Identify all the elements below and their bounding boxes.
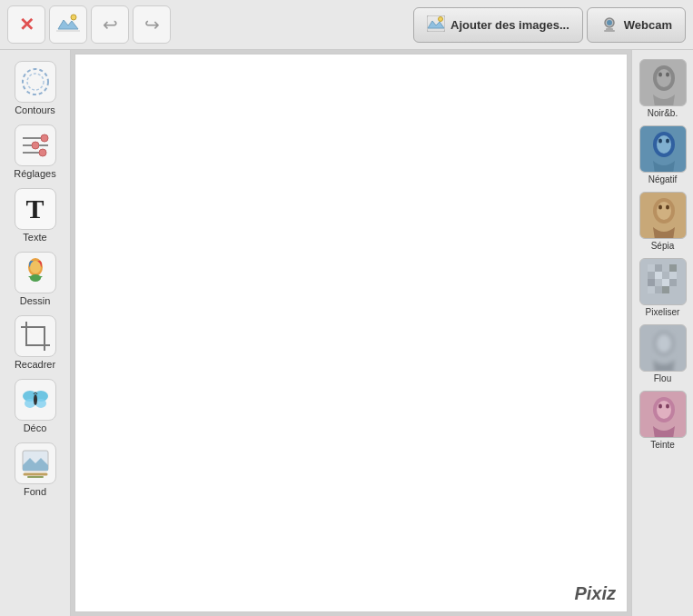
add-images-icon xyxy=(427,15,445,35)
filter-item-pixeliser[interactable]: Pixeliser xyxy=(636,256,690,319)
sidebar-item-dessin[interactable]: Dessin xyxy=(7,248,64,310)
add-images-label: Ajouter des images... xyxy=(450,18,569,32)
reglages-icon-container xyxy=(15,124,56,166)
add-images-button[interactable]: Ajouter des images... xyxy=(413,7,583,43)
svg-rect-64 xyxy=(662,286,669,293)
svg-rect-53 xyxy=(669,264,677,272)
left-sidebar: Contours Réglages T Texte xyxy=(0,50,71,616)
svg-point-7 xyxy=(23,69,48,94)
svg-rect-56 xyxy=(662,272,669,279)
filter-thumb-sepia xyxy=(639,192,687,239)
svg-rect-54 xyxy=(648,272,655,279)
svg-point-42 xyxy=(658,139,662,144)
negatif-label: Négatif xyxy=(648,174,678,184)
svg-rect-57 xyxy=(669,272,677,279)
filter-thumb-noirb xyxy=(639,59,687,106)
dessin-label: Dessin xyxy=(20,295,51,306)
svg-rect-55 xyxy=(655,272,662,279)
recadrer-label: Recadrer xyxy=(15,359,55,370)
webcam-icon xyxy=(600,15,619,35)
close-button[interactable]: ✕ xyxy=(7,5,45,44)
main-area: Contours Réglages T Texte xyxy=(0,50,693,616)
svg-point-46 xyxy=(657,202,671,220)
contours-icon-container xyxy=(15,61,56,103)
filter-item-sepia[interactable]: Sépia xyxy=(636,190,690,253)
fond-label: Fond xyxy=(24,486,46,497)
texte-label: Texte xyxy=(23,232,46,243)
texte-icon: T xyxy=(25,194,44,224)
svg-point-48 xyxy=(666,205,669,210)
undo-button[interactable]: ↩ xyxy=(91,5,129,44)
deco-icon-container xyxy=(15,379,56,421)
svg-rect-50 xyxy=(648,264,655,272)
reglages-label: Réglages xyxy=(14,168,55,179)
fond-icon-container xyxy=(15,442,56,484)
filter-thumb-flou xyxy=(639,324,687,372)
svg-point-41 xyxy=(657,135,671,154)
svg-point-12 xyxy=(32,142,39,149)
svg-point-73 xyxy=(666,404,669,409)
sidebar-item-reglages[interactable]: Réglages xyxy=(7,121,64,183)
webcam-button[interactable]: Webcam xyxy=(587,7,686,43)
svg-rect-51 xyxy=(655,264,662,272)
filter-thumb-negatif xyxy=(639,125,687,173)
svg-point-38 xyxy=(666,73,669,77)
undo-icon: ↩ xyxy=(103,14,118,35)
svg-rect-61 xyxy=(669,279,677,286)
svg-point-47 xyxy=(658,205,662,210)
svg-rect-58 xyxy=(648,279,655,286)
sidebar-item-fond[interactable]: Fond xyxy=(7,439,64,501)
filter-item-noirb[interactable]: Noir&b. xyxy=(636,57,690,120)
texte-icon-container: T xyxy=(15,188,56,230)
filter-thumb-teinte xyxy=(639,391,687,438)
svg-rect-52 xyxy=(662,264,669,272)
filter-item-flou[interactable]: Flou xyxy=(636,323,690,385)
svg-point-71 xyxy=(657,401,671,419)
svg-point-30 xyxy=(34,394,37,405)
svg-rect-6 xyxy=(604,30,615,32)
redo-icon: ↪ xyxy=(144,14,160,35)
svg-point-1 xyxy=(439,16,443,21)
svg-point-72 xyxy=(658,404,662,409)
toolbar: ✕ ↩ ↪ Ajouter des images... xyxy=(0,0,693,50)
mountain-icon xyxy=(56,13,80,37)
right-sidebar: Noir&b. Négatif xyxy=(631,50,693,616)
sidebar-item-deco[interactable]: Déco xyxy=(7,375,64,437)
svg-point-15 xyxy=(39,149,46,156)
svg-point-10 xyxy=(41,134,48,142)
pixiz-watermark: Pixiz xyxy=(574,583,616,604)
svg-point-36 xyxy=(657,69,671,87)
svg-point-0 xyxy=(71,15,76,20)
recadrer-icon-container xyxy=(15,315,56,357)
teinte-label: Teinte xyxy=(650,440,675,450)
filter-item-negatif[interactable]: Négatif xyxy=(636,124,690,186)
svg-point-4 xyxy=(607,20,612,25)
deco-label: Déco xyxy=(24,422,47,433)
svg-rect-62 xyxy=(648,286,655,293)
svg-point-20 xyxy=(30,274,41,282)
filter-item-teinte[interactable]: Teinte xyxy=(636,389,690,452)
add-photo-button[interactable] xyxy=(49,5,87,44)
close-icon: ✕ xyxy=(19,14,35,35)
svg-rect-60 xyxy=(662,279,669,286)
filter-thumb-pixeliser xyxy=(639,258,687,305)
sidebar-item-texte[interactable]: T Texte xyxy=(7,184,64,246)
webcam-label: Webcam xyxy=(624,18,672,32)
noirb-label: Noir&b. xyxy=(648,108,678,118)
svg-rect-59 xyxy=(655,279,662,286)
svg-point-43 xyxy=(666,139,669,144)
svg-rect-63 xyxy=(655,286,662,293)
flou-label: Flou xyxy=(654,373,671,383)
sidebar-item-recadrer[interactable]: Recadrer xyxy=(7,312,64,373)
contours-label: Contours xyxy=(15,104,55,115)
svg-rect-65 xyxy=(669,286,677,293)
svg-point-8 xyxy=(27,74,44,90)
canvas-area[interactable]: Pixiz xyxy=(74,54,628,612)
sidebar-item-contours[interactable]: Contours xyxy=(7,57,64,119)
sepia-label: Sépia xyxy=(651,241,675,251)
svg-point-19 xyxy=(30,261,41,273)
redo-button[interactable]: ↪ xyxy=(133,5,171,44)
svg-point-68 xyxy=(657,334,671,353)
svg-rect-21 xyxy=(26,327,45,345)
dessin-icon-container xyxy=(15,252,56,293)
